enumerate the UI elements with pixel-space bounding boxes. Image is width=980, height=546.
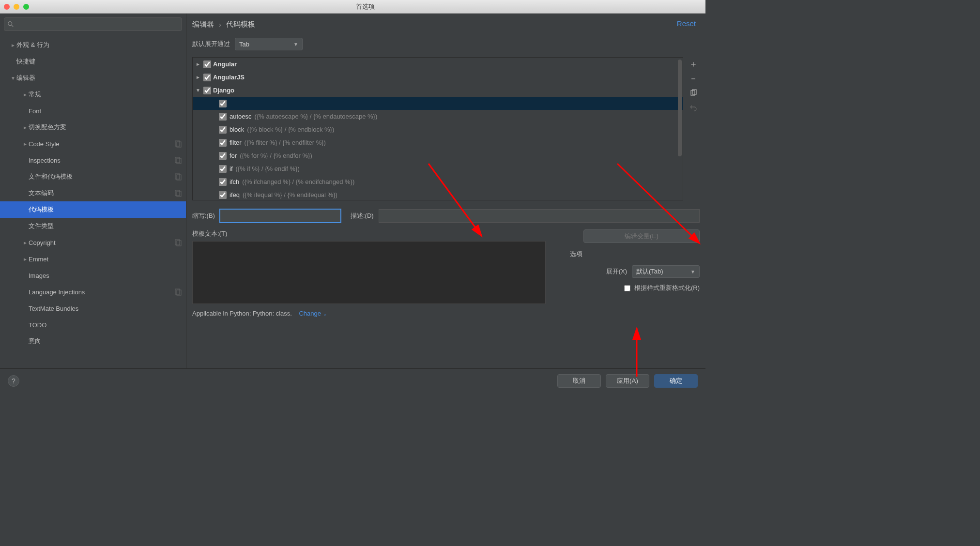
expand-by-value: Tab bbox=[239, 41, 249, 48]
maximize-window-button[interactable] bbox=[23, 4, 29, 10]
template-desc: ({% block %} / {% endblock %}) bbox=[247, 126, 334, 133]
template-checkbox[interactable] bbox=[219, 113, 227, 121]
sidebar-item-label: 外观 & 行为 bbox=[16, 41, 182, 49]
sidebar-item-label: Code Style bbox=[29, 140, 174, 148]
sidebar-item[interactable]: TextMate Bundles bbox=[0, 300, 186, 317]
template-checkbox[interactable] bbox=[219, 178, 227, 186]
template-abbr: filter bbox=[230, 139, 242, 146]
sidebar-item[interactable]: 文本编码 bbox=[0, 185, 186, 201]
expand-arrow-icon: ► bbox=[195, 61, 201, 67]
reformat-checkbox[interactable] bbox=[624, 285, 630, 291]
chevron-down-icon: ⌄ bbox=[323, 311, 327, 317]
sidebar-item[interactable]: ▼编辑器 bbox=[0, 70, 186, 86]
sidebar-item-label: 意向 bbox=[29, 337, 182, 346]
sidebar-item[interactable]: 文件和代码模板 bbox=[0, 168, 186, 185]
template-item-new[interactable] bbox=[193, 97, 683, 110]
chevron-down-icon: ▼ bbox=[690, 269, 695, 274]
template-abbr: autoesc bbox=[230, 113, 252, 120]
expand-arrow-icon: ► bbox=[22, 92, 29, 97]
change-context-link[interactable]: Change ⌄ bbox=[299, 310, 326, 317]
undo-button[interactable] bbox=[689, 103, 698, 112]
template-text-area[interactable] bbox=[192, 241, 546, 304]
abbreviation-input[interactable] bbox=[220, 209, 341, 223]
template-abbr: ifeq bbox=[230, 191, 240, 198]
template-desc: ({% for %} / {% endfor %}) bbox=[240, 152, 312, 159]
cancel-button[interactable]: 取消 bbox=[557, 374, 601, 388]
expand-arrow-icon: ▼ bbox=[10, 76, 16, 81]
reset-link[interactable]: Reset bbox=[677, 19, 696, 28]
sidebar-item[interactable]: Images bbox=[0, 267, 186, 284]
template-group[interactable]: ►Angular bbox=[193, 58, 683, 71]
group-checkbox[interactable] bbox=[203, 87, 211, 94]
sidebar-item-label: 代码模板 bbox=[29, 205, 182, 214]
sidebar-item-label: Copyright bbox=[29, 239, 174, 246]
chevron-down-icon: ▼ bbox=[293, 42, 298, 47]
template-checkbox[interactable] bbox=[219, 126, 227, 134]
template-item[interactable]: ifch({% ifchanged %} / {% endifchanged %… bbox=[193, 175, 683, 188]
template-item[interactable]: for({% for %} / {% endfor %}) bbox=[193, 149, 683, 162]
template-checkbox[interactable] bbox=[219, 191, 227, 199]
edit-variables-button[interactable]: 编辑变量(E) bbox=[583, 229, 700, 243]
expand-by-select[interactable]: Tab ▼ bbox=[235, 38, 303, 50]
expand-arrow-icon: ► bbox=[195, 75, 201, 80]
remove-template-button[interactable]: － bbox=[689, 74, 698, 83]
ok-button[interactable]: 确定 bbox=[654, 374, 698, 388]
template-checkbox[interactable] bbox=[219, 152, 227, 160]
template-group[interactable]: ►AngularJS bbox=[193, 71, 683, 84]
scrollbar-thumb[interactable] bbox=[678, 60, 682, 156]
description-label: 描述:(D) bbox=[351, 212, 374, 220]
window-title: 首选项 bbox=[29, 2, 702, 11]
template-checkbox[interactable] bbox=[219, 139, 227, 147]
sidebar-item[interactable]: TODO bbox=[0, 317, 186, 333]
description-input[interactable] bbox=[379, 209, 700, 223]
breadcrumb-root[interactable]: 编辑器 bbox=[192, 20, 214, 29]
template-item[interactable]: ifeq({% ifequal %} / {% endifequal %}) bbox=[193, 188, 683, 200]
expand-with-select[interactable]: 默认(Tab) ▼ bbox=[632, 265, 700, 278]
sidebar-item[interactable]: 文件类型 bbox=[0, 218, 186, 234]
sidebar-item-label: 文本编码 bbox=[29, 189, 174, 197]
sidebar-item[interactable]: ►Copyright bbox=[0, 234, 186, 251]
close-window-button[interactable] bbox=[4, 4, 10, 10]
sidebar-item[interactable]: ►切换配色方案 bbox=[0, 119, 186, 136]
template-checkbox[interactable] bbox=[219, 165, 227, 173]
sidebar-item[interactable]: 快捷键 bbox=[0, 53, 186, 70]
sidebar-item-label: 快捷键 bbox=[16, 57, 182, 66]
dialog-footer: ? 取消 应用(A) 确定 bbox=[0, 368, 705, 393]
sidebar-item[interactable]: ►Emmet bbox=[0, 251, 186, 267]
content-panel: 编辑器 › 代码模板 Reset 默认展开通过 Tab ▼ ►Angular►A… bbox=[186, 14, 705, 368]
template-item[interactable]: if({% if %} / {% endif %}) bbox=[193, 162, 683, 175]
sidebar-item[interactable]: ►Code Style bbox=[0, 136, 186, 152]
group-checkbox[interactable] bbox=[203, 74, 211, 81]
help-button[interactable]: ? bbox=[8, 375, 19, 387]
template-list[interactable]: ►Angular►AngularJS▼Djangoautoesc({% auto… bbox=[192, 57, 683, 200]
group-checkbox[interactable] bbox=[203, 61, 211, 68]
template-item[interactable]: filter({% filter %} / {% endfilter %}) bbox=[193, 136, 683, 149]
template-item[interactable]: block({% block %} / {% endblock %}) bbox=[193, 123, 683, 136]
breadcrumb-current: 代码模板 bbox=[226, 20, 255, 29]
sidebar-item[interactable]: ►常规 bbox=[0, 86, 186, 103]
sidebar-item[interactable]: 意向 bbox=[0, 333, 186, 349]
sidebar-item[interactable]: ►外观 & 行为 bbox=[0, 37, 186, 53]
expand-arrow-icon: ► bbox=[22, 141, 29, 147]
expand-arrow-icon: ▼ bbox=[195, 88, 201, 93]
sidebar-item[interactable]: Language Injections bbox=[0, 284, 186, 300]
apply-button[interactable]: 应用(A) bbox=[606, 374, 649, 388]
search-input[interactable] bbox=[4, 17, 182, 31]
sidebar-item-label: 文件类型 bbox=[29, 222, 182, 230]
template-group[interactable]: ▼Django bbox=[193, 84, 683, 97]
sidebar-item[interactable]: 代码模板 bbox=[0, 201, 186, 218]
template-abbr: block bbox=[230, 126, 244, 133]
template-text-label: 模板文本:(T) bbox=[192, 229, 546, 238]
settings-tree: ►外观 & 行为快捷键▼编辑器►常规Font►切换配色方案►Code Style… bbox=[0, 35, 186, 368]
expand-arrow-icon: ► bbox=[22, 257, 29, 262]
template-item[interactable]: autoesc({% autoescape %} / {% endautoesc… bbox=[193, 110, 683, 123]
sidebar-item[interactable]: Font bbox=[0, 103, 186, 119]
group-name: AngularJS bbox=[213, 74, 245, 81]
template-desc: ({% filter %} / {% endfilter %}) bbox=[245, 139, 326, 146]
sidebar-item[interactable]: Inspections bbox=[0, 152, 186, 168]
minimize-window-button[interactable] bbox=[14, 4, 19, 10]
add-template-button[interactable]: ＋ bbox=[689, 59, 698, 69]
sidebar-item-label: Inspections bbox=[29, 157, 174, 164]
copy-template-button[interactable] bbox=[689, 88, 698, 98]
template-checkbox[interactable] bbox=[219, 100, 227, 107]
